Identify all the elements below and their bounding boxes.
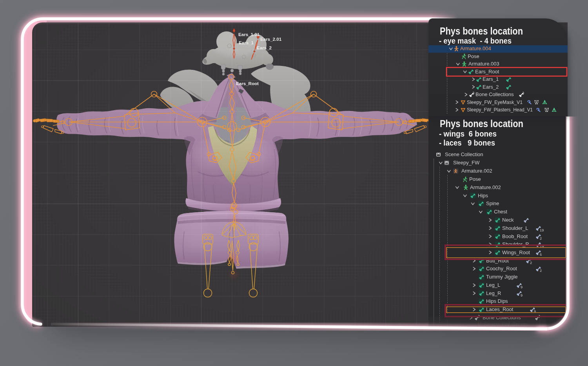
svg-text:Armature.002: Armature.002 <box>470 184 501 190</box>
svg-text:19: 19 <box>540 228 544 232</box>
svg-text:9: 9 <box>521 285 523 289</box>
svg-text:- eye mask - 4 bones: - eye mask - 4 bones <box>439 36 512 45</box>
svg-text:Leg_L: Leg_L <box>486 282 500 288</box>
svg-text:Bone Collections: Bone Collections <box>483 315 521 320</box>
svg-text:Spine: Spine <box>486 200 499 206</box>
svg-text:Armature.002: Armature.002 <box>461 168 492 174</box>
svg-text:Leg_R: Leg_R <box>486 290 501 296</box>
svg-text:- wings 6 bones: - wings 6 bones <box>439 129 497 138</box>
svg-text:Tummy Jiggle: Tummy Jiggle <box>486 274 517 280</box>
svg-text:Phys bones location: Phys bones location <box>440 118 523 129</box>
svg-text:Ears_Root: Ears_Root <box>475 69 499 75</box>
svg-text:Chest: Chest <box>494 209 507 215</box>
svg-text:Sleepy_FW_EyeMask_V1: Sleepy_FW_EyeMask_V1 <box>467 99 523 105</box>
svg-text:Sleepy_FW_Shorts: Sleepy_FW_Shorts <box>483 321 527 327</box>
svg-text:Sleepy_FW: Sleepy_FW <box>453 160 480 166</box>
svg-text:2: 2 <box>540 237 542 240</box>
svg-text:Sleepy_FW_Plasters_Head_V1: Sleepy_FW_Plasters_Head_V1 <box>467 107 533 113</box>
svg-text:Armature.003: Armature.003 <box>468 61 499 67</box>
svg-text:Phys bones location: Phys bones location <box>440 25 523 36</box>
svg-text:- laces 9 bones: - laces 9 bones <box>439 138 495 147</box>
svg-text:Pose: Pose <box>469 176 481 182</box>
svg-text:Ears_1: Ears_1 <box>483 76 499 82</box>
svg-text:2: 2 <box>530 261 532 265</box>
svg-text:6: 6 <box>540 253 542 257</box>
svg-text:Shoulder_L: Shoulder_L <box>502 225 528 231</box>
svg-text:Coochy_Root: Coochy_Root <box>486 266 517 271</box>
svg-text:Hips Dips: Hips Dips <box>486 298 508 304</box>
svg-text:9: 9 <box>521 293 523 297</box>
svg-text:Pose: Pose <box>468 53 479 59</box>
svg-text:Laces_Root: Laces_Root <box>486 306 514 312</box>
svg-text:Wings_Root: Wings_Root <box>502 249 530 255</box>
svg-text:2: 2 <box>540 269 542 273</box>
svg-text:Bone Collections: Bone Collections <box>475 91 514 97</box>
svg-text:Shoulder_R: Shoulder_R <box>502 241 529 247</box>
svg-text:Boob_Root: Boob_Root <box>502 233 528 239</box>
svg-text:Hips: Hips <box>478 193 488 198</box>
svg-text:Armature.004: Armature.004 <box>460 46 491 51</box>
svg-text:Neck: Neck <box>502 217 514 223</box>
svg-text:Ears_2: Ears_2 <box>483 84 499 90</box>
svg-text:Scene Collection: Scene Collection <box>445 151 483 157</box>
